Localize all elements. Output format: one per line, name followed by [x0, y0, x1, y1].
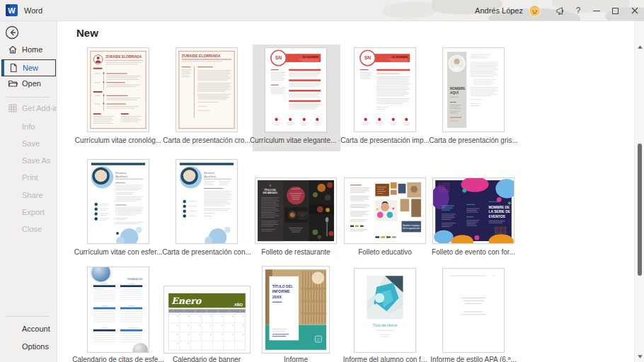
new-templates-panel: New ZURAIDE ELORRIADA: [57, 21, 644, 362]
template-card-folleto-educativo[interactable]: Nombre o logotipo de la organización: [344, 177, 426, 244]
template-card-folleto-evento[interactable]: NOMBRE DE LA SERIE DE EVENTOS: [432, 177, 514, 244]
addins-grid-icon: [8, 103, 18, 113]
svg-text:[Nombre]: [Nombre]: [204, 172, 214, 175]
template-card-carta-impactante[interactable]: SU NOMBRE SN: [354, 47, 416, 132]
open-folder-icon: [8, 78, 18, 88]
svg-text:NOMBRE DE: NOMBRE DE: [489, 206, 511, 209]
sidebar-item-label: Info: [22, 122, 35, 131]
template-caption: Informe del alumno con f...: [339, 356, 431, 362]
sidebar-item-print: Print: [0, 170, 57, 185]
template-caption: Currículum vitae elegante...: [250, 136, 340, 145]
sidebar-item-label: Save: [22, 139, 40, 148]
svg-text:EVENTOS: EVENTOS: [489, 215, 506, 218]
sidebar-item-open[interactable]: Open: [0, 76, 57, 90]
sidebar-item-label: Save As: [22, 156, 50, 165]
scrollbar-thumb[interactable]: [638, 144, 642, 276]
template-card-folleto-restaurante[interactable]: X TÍTULO DEL ENCABEZADO: [255, 177, 337, 244]
template-card-informe-alumno[interactable]: Título del informe: [354, 268, 416, 353]
titlebar: W Word Andrés López ?: [0, 0, 644, 21]
page-title: New: [76, 27, 98, 39]
titlebar-decoration: [382, 1, 439, 18]
template-card-informe[interactable]: TÍTULO DEL INFORME 20XX: [262, 266, 330, 354]
template-card-curriculum-elegante[interactable]: SU NOMBRE SN: [265, 47, 327, 132]
template-card-curriculum-cronologico[interactable]: ZURAIDE ELORRIADA: [87, 47, 149, 132]
template-caption: Carta de presentación con...: [161, 248, 253, 257]
help-button[interactable]: ?: [570, 0, 587, 21]
template-caption: Carta de presentación gris...: [427, 136, 519, 145]
template-card-calendario-citas[interactable]: SEMANA DEL: [87, 267, 149, 353]
template-card-carta-gris[interactable]: NOMBRE AQUÍ: [442, 47, 505, 132]
word-backstage-window: W Word Andrés López ?: [0, 0, 644, 362]
sidebar-item-export: Export: [0, 205, 57, 219]
template-caption: Calendario de banner: [161, 356, 253, 362]
sidebar-item-options[interactable]: Options: [0, 339, 57, 354]
svg-text:SEMANA DEL: SEMANA DEL: [127, 278, 143, 281]
template-caption: Currículum vitae cronológ...: [72, 136, 164, 145]
template-card-calendario-banner[interactable]: Enero AÑO: [163, 286, 251, 354]
sidebar-item-label: Home: [22, 45, 42, 54]
template-card-curriculum-esferas[interactable]: [Nombre] [Apellidos]: [87, 159, 149, 244]
backstage-sidebar: Home New Open Get Add-ins Info Save Save…: [0, 21, 57, 362]
sidebar-item-share: Share: [0, 188, 57, 202]
svg-text:SN: SN: [364, 55, 372, 60]
svg-text:ENCABEZADO: ENCABEZADO: [263, 192, 277, 194]
sidebar-item-label: Share: [22, 191, 42, 199]
back-button[interactable]: [5, 25, 19, 40]
svg-text:AÑO: AÑO: [234, 303, 243, 307]
svg-text:LA SERIE DE: LA SERIE DE: [489, 210, 511, 214]
home-icon: [8, 45, 18, 54]
template-caption: Folleto de restaurante: [250, 248, 342, 257]
new-document-icon: [8, 63, 18, 73]
sidebar-item-close: Close: [0, 222, 57, 236]
scroll-up-arrow-icon[interactable]: [635, 42, 644, 51]
close-button[interactable]: [625, 0, 644, 21]
sidebar-item-label: Print: [22, 173, 38, 182]
svg-text:INFORME: INFORME: [272, 290, 290, 294]
svg-text:TÍTULO DEL: TÍTULO DEL: [272, 284, 294, 288]
svg-text:SU NOMBRE: SU NOMBRE: [303, 56, 319, 59]
svg-text:AQUÍ: AQUÍ: [450, 90, 459, 95]
template-card-carta-esferas[interactable]: [Nombre] [Apellidos]: [176, 159, 238, 244]
svg-text:20XX: 20XX: [272, 295, 282, 299]
sidebar-item-label: Open: [22, 79, 41, 88]
svg-text:X: X: [269, 184, 271, 187]
selection-accent-bar: [2, 60, 4, 76]
maximize-button[interactable]: [606, 0, 625, 21]
sidebar-item-home[interactable]: Home: [0, 42, 57, 57]
svg-text:[Nombre]: [Nombre]: [115, 172, 126, 175]
sidebar-item-info: Info: [0, 119, 57, 134]
svg-text:SN: SN: [275, 55, 282, 60]
sidebar-item-label: Close: [22, 225, 42, 233]
sidebar-item-save-as: Save As: [0, 153, 57, 168]
sidebar-item-label: Export: [22, 208, 45, 216]
svg-text:Título del informe: Título del informe: [373, 324, 398, 327]
sidebar-item-new[interactable]: New: [1, 59, 56, 76]
template-caption: Currículum vitae con esfer...: [72, 248, 164, 257]
signed-in-user[interactable]: Andrés López: [475, 6, 523, 15]
svg-text:Nombre o logotipo: Nombre o logotipo: [403, 224, 420, 227]
sidebar-item-account[interactable]: Account: [0, 322, 57, 336]
whats-new-megaphone-icon[interactable]: [551, 0, 570, 21]
sidebar-item-label: New: [23, 64, 38, 72]
scroll-down-arrow-icon[interactable]: [635, 352, 644, 361]
sidebar-item-get-addins: Get Add-ins: [0, 101, 57, 115]
sidebar-item-save: Save: [0, 136, 57, 151]
template-card-informe-apa[interactable]: [442, 268, 505, 353]
sidebar-item-label: Account: [22, 325, 50, 333]
svg-text:ZURAIDE ELORRIADA: ZURAIDE ELORRIADA: [105, 55, 142, 59]
template-caption: Folleto educativo: [339, 248, 431, 257]
svg-text:SU NOMBRE: SU NOMBRE: [392, 56, 408, 59]
minimize-button[interactable]: [587, 0, 606, 21]
template-caption-text: Currículum vitae elegante...: [250, 136, 336, 145]
template-caption: Informe: [250, 356, 342, 362]
template-caption: Carta de presentación imp...: [339, 136, 431, 145]
svg-text:ZURAIDE ELORRIADA: ZURAIDE ELORRIADA: [182, 54, 221, 58]
vertical-scrollbar[interactable]: [634, 21, 644, 362]
svg-text:NOMBRE: NOMBRE: [450, 87, 466, 90]
template-caption: Calendario de citas de esfe...: [72, 356, 164, 362]
template-caption: Folleto de evento con for...: [427, 248, 519, 257]
svg-text:[Apellidos]: [Apellidos]: [204, 175, 216, 178]
svg-text:[Apellidos]: [Apellidos]: [115, 175, 127, 178]
template-card-carta-cronologica[interactable]: ZURAIDE ELORRIADA: [176, 47, 238, 132]
user-avatar[interactable]: [529, 5, 541, 17]
